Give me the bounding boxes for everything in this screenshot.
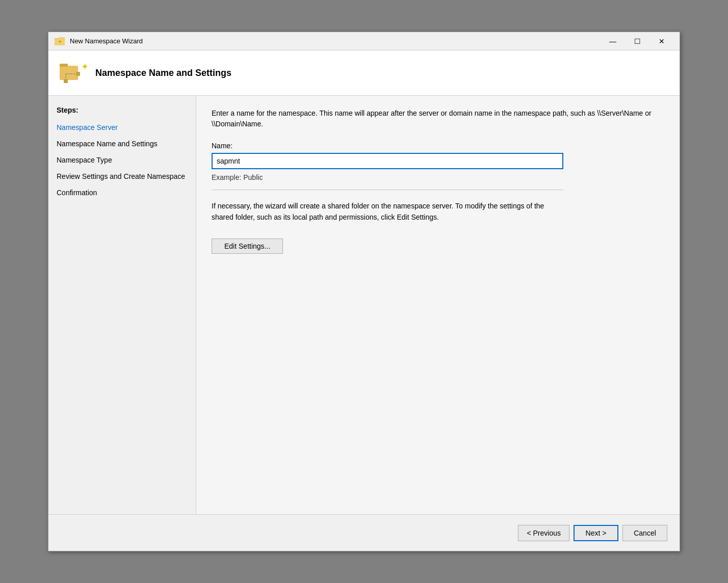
sidebar-item-confirmation[interactable]: Confirmation: [48, 184, 196, 201]
cancel-button[interactable]: Cancel: [622, 525, 667, 541]
header-area: ✦ Namespace Name and Settings: [48, 50, 680, 96]
sidebar-item-namespace-server[interactable]: Namespace Server: [48, 119, 196, 136]
minimize-button[interactable]: —: [601, 34, 625, 49]
sidebar-item-review-settings[interactable]: Review Settings and Create Namespace: [48, 168, 196, 184]
maximize-button[interactable]: ☐: [626, 34, 649, 49]
content-area: Steps: Namespace Server Namespace Name a…: [48, 96, 680, 514]
footer: < Previous Next > Cancel: [48, 514, 680, 551]
sidebar-item-namespace-type[interactable]: Namespace Type: [48, 152, 196, 168]
title-bar-controls: — ☐ ✕: [601, 34, 673, 49]
svg-rect-9: [64, 79, 68, 83]
svg-rect-4: [60, 66, 78, 80]
edit-settings-button[interactable]: Edit Settings...: [212, 238, 283, 254]
header-wizard-icon: ✦: [59, 59, 87, 87]
sidebar: Steps: Namespace Server Namespace Name a…: [48, 96, 196, 514]
title-bar-title: New Namespace Wizard: [70, 37, 601, 45]
divider: [212, 190, 563, 190]
close-button[interactable]: ✕: [650, 34, 673, 49]
name-input[interactable]: [212, 153, 563, 169]
steps-label: Steps:: [48, 104, 196, 119]
svg-text:✦: ✦: [58, 39, 62, 44]
example-text: Example: Public: [212, 173, 664, 181]
next-button[interactable]: Next >: [574, 525, 618, 541]
sidebar-item-namespace-name[interactable]: Namespace Name and Settings: [48, 136, 196, 152]
header-title: Namespace Name and Settings: [95, 68, 231, 78]
svg-rect-10: [76, 72, 80, 76]
svg-text:✦: ✦: [81, 62, 87, 72]
title-bar: ✦ New Namespace Wizard — ☐ ✕: [48, 32, 680, 50]
description-text: Enter a name for the namespace. This nam…: [212, 108, 664, 129]
wizard-window: ✦ New Namespace Wizard — ☐ ✕ ✦ Namespace…: [48, 32, 680, 551]
previous-button[interactable]: < Previous: [518, 525, 569, 541]
name-label: Name:: [212, 142, 664, 150]
info-text: If necessary, the wizard will create a s…: [212, 200, 563, 223]
svg-rect-5: [60, 64, 68, 67]
main-content: Enter a name for the namespace. This nam…: [196, 96, 680, 514]
title-bar-icon: ✦: [55, 36, 66, 47]
